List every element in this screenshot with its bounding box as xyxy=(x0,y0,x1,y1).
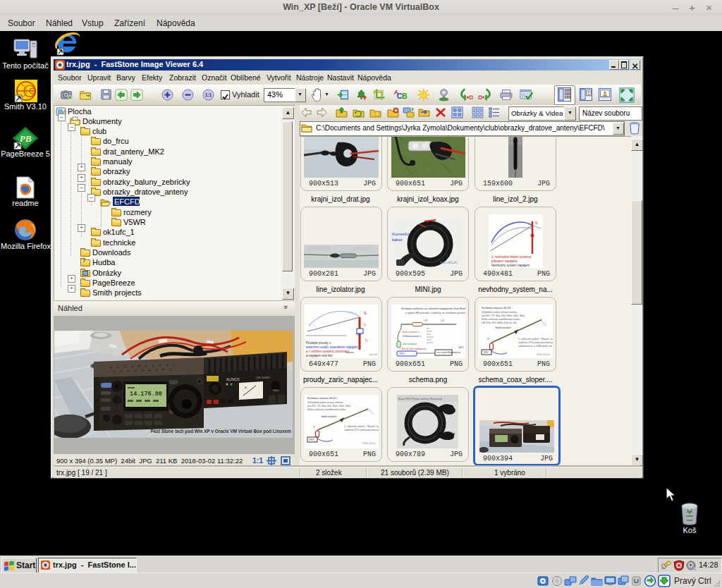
svg-text:Koax RG174 pro antény. Kroucen: Koax RG174 pro antény. Kroucený xyxy=(398,397,442,400)
svg-text:kabel: kabel xyxy=(392,238,402,242)
svg-text:1. nevhodné řešení systému: 1. nevhodné řešení systému xyxy=(491,255,532,259)
svg-text:1:1: 1:1 xyxy=(205,92,212,97)
svg-text:L/P: L/P xyxy=(424,319,428,322)
svg-text:TRX: TRX xyxy=(399,353,405,355)
svg-text:lehko zařízená zaměřovaná stis: lehko zařízená zaměřovaná stiskn. xyxy=(307,408,346,411)
svg-text:bod svázání: bod svázání xyxy=(496,326,511,329)
svg-text:S: S xyxy=(487,337,489,341)
svg-text:Zrěkovaniem x: Zrěkovaniem x xyxy=(403,334,421,338)
svg-text:pro RX i TX. Buz 160, 80m, 40m: pro RX i TX. Buz 160, 80m, 40m, 30m, xyxy=(307,405,351,408)
svg-text:S: S xyxy=(364,311,367,315)
svg-text:Schéma stejnou SL42: Schéma stejnou SL42 xyxy=(307,396,337,400)
svg-text:S: S xyxy=(313,425,315,429)
svg-text:Komerční: Komerční xyxy=(392,232,410,236)
svg-text:Prodejte proudy v: Prodejte proudy v xyxy=(306,341,331,345)
svg-text:I₁: I₁ xyxy=(364,322,366,326)
svg-text:A: A xyxy=(245,386,247,389)
svg-text:DM-330MV: DM-330MV xyxy=(256,376,271,379)
svg-text:anténním vodiči, koaxiálním na: anténním vodiči, koaxiálním napáječi xyxy=(306,345,358,349)
svg-text:cca závěr/float: cca závěr/float xyxy=(436,351,453,354)
svg-text:Fast Stone beži pod Win XP v O: Fast Stone beži pod Win XP v Oracle VM V… xyxy=(151,429,292,434)
svg-text:L/2: L/2 xyxy=(441,319,444,322)
svg-text:vzdálenost k: a 2368 přání tak: vzdálenost k: a 2368 přání tak viz xyxy=(518,345,553,348)
svg-text:VDL/4.0.05 naklonjeno: VDL/4.0.05 naklonjeno xyxy=(401,348,426,350)
svg-text:Schéma stejnou SL33: Schéma stejnou SL33 xyxy=(482,306,511,310)
svg-text:Vzhledová jedno vlnová anténa,: Vzhledová jedno vlnová anténa, xyxy=(307,401,343,404)
svg-text:Schéma zařízení se silovém nap: Schéma zařízení se silovém napojením čás… xyxy=(401,307,465,310)
svg-text:TRX: TRX xyxy=(355,333,361,336)
svg-text:LW 41m VDL délka 13m (c) 4m: LW 41m VDL délka 13m (c) 4m xyxy=(482,321,517,324)
svg-text:1. vidlicové vedení, "Sloučit": 1. vidlicové vedení, "Sloučit" izolované… xyxy=(518,338,553,341)
svg-text:TRX: TRX xyxy=(309,439,314,441)
svg-text:14.176.00: 14.176.00 xyxy=(130,391,162,398)
svg-text:a v určitém systému uzemnění: a v určitém systému uzemnění xyxy=(306,350,350,353)
svg-text:Vzhledová jedno vlnová anténa,: Vzhledová jedno vlnová anténa, xyxy=(482,311,518,314)
svg-text:MAX: MAX xyxy=(273,388,279,392)
svg-text:bod svázání +: bod svázání + xyxy=(403,330,421,333)
svg-text:I₂: I₂ xyxy=(365,338,367,342)
svg-text:ok1ufc: ok1ufc xyxy=(369,353,378,356)
svg-text:a vyjma HF provodů a kabírky s: a vyjma HF provodů a kabírky se vhodném … xyxy=(405,312,465,314)
svg-text:ALINCO: ALINCO xyxy=(226,377,240,381)
svg-text:a napájení end fed: a napájení end fed xyxy=(306,354,333,357)
svg-text:foto ok1ufc: foto ok1ufc xyxy=(440,260,458,264)
svg-text:připojení napáječe: připojení napáječe xyxy=(491,259,518,263)
svg-text:bod svázání: bod svázání xyxy=(322,415,337,418)
svg-text:B: B xyxy=(402,92,408,100)
svg-text:lehko zařízená zaměřovaná stis: lehko zařízená zaměřovaná stiskn. xyxy=(482,318,520,321)
svg-text:pro RX i TX. Buz 160, 80m, 40m: pro RX i TX. Buz 160, 80m, 40m, 30m, xyxy=(482,314,525,317)
svg-text:2016 ok1ufc: 2016 ok1ufc xyxy=(537,353,550,356)
svg-text:line izolátor: line izolátor xyxy=(403,342,417,345)
svg-text:1. vidlicové vedení, "Sloučit": 1. vidlicové vedení, "Sloučit" izolov. xyxy=(344,425,379,428)
svg-text:TRX: TRX xyxy=(483,351,489,354)
svg-text:Nevhodný systém napájení: Nevhodný systém napájení xyxy=(491,264,530,267)
svg-text:ATU: ATU xyxy=(459,346,464,349)
svg-text:vodičem 37°k izolované konzult: vodičem 37°k izolované konzultace s na xyxy=(518,341,553,344)
svg-text:2016 ok1ufc: 2016 ok1ufc xyxy=(362,442,376,445)
svg-text:vodičem 37°k izolované konzult: vodičem 37°k izolované konzult. xyxy=(344,429,379,431)
